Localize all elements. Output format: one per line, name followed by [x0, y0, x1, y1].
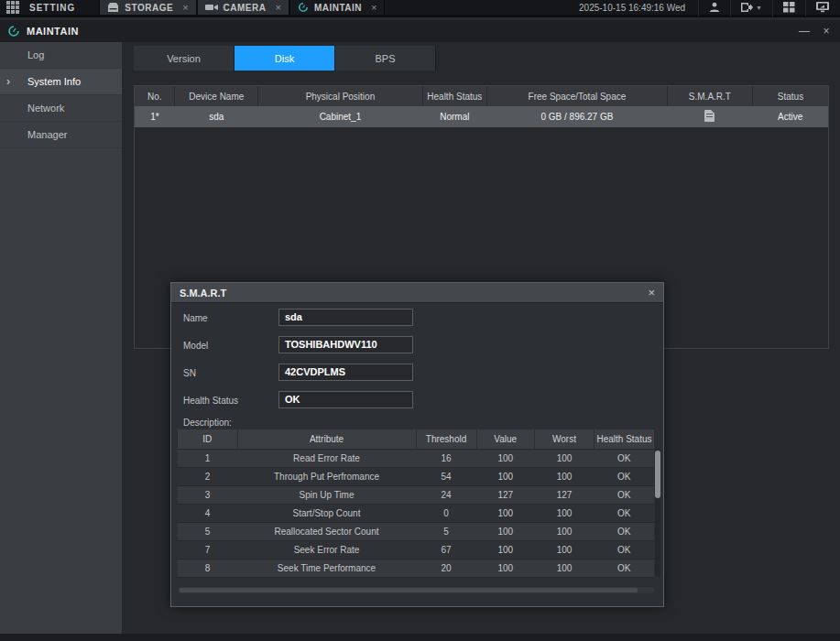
cell-attribute: Start/Stop Count — [237, 504, 416, 522]
table-row[interactable]: 5 Reallocated Sector Count 5 100 100 OK — [178, 522, 654, 540]
dialog-close-icon[interactable]: × — [648, 286, 655, 299]
cell-worst: 100 — [534, 504, 594, 522]
col-health-status: Health Status — [422, 86, 486, 106]
cell-threshold: 5 — [416, 522, 476, 540]
close-button[interactable]: × — [820, 25, 833, 38]
cell-threshold: 67 — [416, 540, 476, 559]
tab-camera-label: CAMERA — [224, 3, 267, 13]
app-launcher-button[interactable] — [0, 0, 26, 15]
cell-worst: 127 — [534, 485, 594, 504]
horizontal-scrollbar[interactable] — [178, 587, 654, 593]
col-free-total-space: Free Space/Total Space — [487, 86, 668, 106]
col-status: Status — [752, 86, 828, 106]
screen-layout-button[interactable] — [772, 0, 805, 16]
tab-camera-close-icon[interactable]: × — [275, 2, 280, 13]
document-icon[interactable] — [704, 110, 715, 122]
storage-icon — [107, 3, 119, 13]
col-health-status: Health Status — [594, 429, 654, 449]
cell-attribute: Through Put Perfromance — [237, 467, 416, 485]
col-threshold: Threshold — [416, 429, 476, 449]
cell-worst: 100 — [534, 467, 594, 485]
cell-worst: 100 — [534, 522, 594, 540]
cell-worst: 100 — [534, 559, 594, 577]
tab-storage[interactable]: STORAGE × — [99, 0, 196, 15]
tab-maintain[interactable]: MAINTAIN × — [289, 0, 386, 15]
screen-bottom-edge — [0, 634, 840, 641]
cell-id: 2 — [178, 467, 237, 485]
logout-icon — [741, 2, 753, 13]
vertical-scrollbar-thumb[interactable] — [655, 451, 660, 498]
sn-field-row: SN 42CVDPLMS — [171, 364, 663, 381]
monitor-icon — [816, 2, 830, 13]
maintain-window-titlebar: MAINTAIN — × — [0, 20, 840, 42]
table-row[interactable]: 2 Through Put Perfromance 54 100 100 OK — [178, 467, 654, 485]
dialog-title: S.M.A.R.T — [180, 288, 226, 299]
table-row[interactable]: 7 Seek Error Rate 67 100 100 OK — [178, 540, 654, 559]
horizontal-scrollbar-thumb[interactable] — [180, 588, 638, 592]
tab-version[interactable]: Version — [134, 46, 235, 71]
cell-free-total-space: 0 GB / 896.27 GB — [487, 106, 668, 127]
minimize-button[interactable]: — — [798, 25, 811, 38]
cell-value: 100 — [476, 522, 534, 540]
cell-threshold: 24 — [416, 485, 476, 504]
smart-attributes-table-wrap: ID Attribute Threshold Value Worst Healt… — [178, 429, 654, 578]
user-account-button[interactable] — [698, 0, 730, 16]
vertical-scrollbar[interactable] — [655, 449, 660, 577]
cell-value: 100 — [476, 504, 534, 522]
apps-grid-icon — [6, 1, 19, 14]
smart-table-header: ID Attribute Threshold Value Worst Healt… — [178, 429, 654, 449]
sidebar-item-manager[interactable]: Manager — [0, 122, 122, 148]
tab-setting[interactable]: SETTING — [26, 0, 99, 15]
table-row[interactable]: 3 Spin Up Time 24 127 127 OK — [178, 485, 654, 504]
cell-attribute: Reallocated Sector Count — [237, 522, 416, 540]
sidebar-item-system-info[interactable]: › System Info — [0, 69, 122, 95]
cell-value: 100 — [476, 467, 534, 485]
sidebar: Log › System Info Network Manager — [0, 42, 122, 634]
cell-id: 7 — [178, 540, 237, 559]
col-smart: S.M.A.R.T — [667, 86, 752, 106]
tab-storage-close-icon[interactable]: × — [182, 2, 188, 13]
cell-physical-position: Cabinet_1 — [258, 106, 422, 127]
cell-attribute: Spin Up Time — [237, 485, 416, 504]
cell-id: 8 — [178, 559, 237, 577]
tab-maintain-close-icon[interactable]: × — [371, 2, 376, 13]
cell-no: 1* — [135, 106, 175, 127]
cell-id: 4 — [178, 504, 237, 522]
cell-value: 100 — [476, 559, 534, 577]
name-input[interactable]: sda — [278, 309, 413, 326]
cell-attribute: Seek Time Performance — [237, 559, 416, 577]
cell-value: 100 — [476, 540, 534, 559]
smart-dialog-titlebar: S.M.A.R.T × — [171, 283, 663, 303]
cell-id: 5 — [178, 522, 237, 540]
disk-table-row[interactable]: 1* sda Cabinet_1 Normal 0 GB / 896.27 GB… — [135, 106, 828, 127]
sidebar-item-label: Log — [27, 49, 44, 60]
sidebar-item-network[interactable]: Network — [0, 95, 122, 122]
tab-bps[interactable]: BPS — [335, 46, 436, 71]
description-label: Description: — [183, 418, 232, 428]
col-device-name: Device Name — [175, 86, 258, 106]
model-field-row: Model TOSHIBAHDWV110 — [171, 336, 663, 353]
cell-worst: 100 — [534, 449, 594, 467]
tab-bps-label: BPS — [375, 53, 395, 64]
sidebar-item-log[interactable]: Log — [0, 42, 122, 69]
col-id: ID — [178, 429, 237, 449]
table-row[interactable]: 1 Read Error Rate 16 100 100 OK — [178, 449, 654, 467]
tab-camera[interactable]: CAMERA × — [197, 0, 289, 15]
cell-smart[interactable] — [667, 106, 752, 127]
table-row[interactable]: 4 Start/Stop Count 0 100 100 OK — [178, 504, 654, 522]
health-status-input[interactable]: OK — [278, 391, 413, 408]
cell-threshold: 0 — [416, 504, 476, 522]
cell-health-status: OK — [594, 540, 654, 559]
tab-storage-label: STORAGE — [125, 3, 173, 13]
model-input[interactable]: TOSHIBAHDWV110 — [278, 336, 413, 353]
display-output-button[interactable] — [805, 0, 840, 16]
cell-value: 127 — [476, 485, 534, 504]
logout-button[interactable]: ▼ — [730, 0, 772, 16]
tab-disk[interactable]: Disk — [235, 46, 335, 71]
top-taskbar: SETTING STORAGE × CAMERA × MAINTAIN × 20… — [0, 0, 840, 17]
cell-health-status: OK — [594, 504, 654, 522]
cell-worst: 100 — [534, 540, 594, 559]
sn-input[interactable]: 42CVDPLMS — [278, 364, 413, 381]
chevron-right-icon: › — [6, 75, 10, 88]
table-row[interactable]: 8 Seek Time Performance 20 100 100 OK — [178, 559, 654, 577]
